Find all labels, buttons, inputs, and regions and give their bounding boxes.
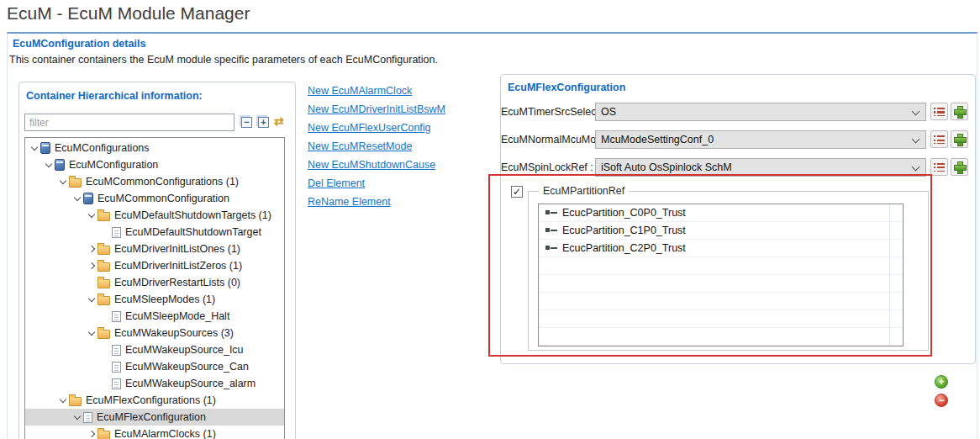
container-hierarchy-panel: Container Hierarchical information: − + …	[18, 82, 296, 439]
expander-down-icon[interactable]	[86, 212, 97, 219]
expander-down-icon[interactable]	[43, 161, 55, 168]
field-select-value: iSoft Auto OsSpinlock SchM	[601, 161, 732, 173]
field-select[interactable]: iSoft Auto OsSpinlock SchM	[595, 158, 926, 177]
hierarchy-panel-title: Container Hierarchical information:	[26, 90, 203, 102]
chevron-down-icon	[74, 194, 81, 201]
partition-list-empty-row[interactable]	[539, 257, 903, 275]
tree-row[interactable]: EcuMAlarmClocks (1)	[25, 426, 284, 439]
list-icon	[934, 135, 945, 144]
tree-row[interactable]: EcuMFlexConfiguration	[25, 409, 284, 426]
tree-row-label: EcuMWakeupSource_Can	[125, 361, 249, 373]
refresh-icon[interactable]: ⇄	[274, 114, 284, 128]
expand-all-icon[interactable]: +	[258, 117, 269, 128]
hierarchy-tree: EcuMConfigurationsEcuMConfigurationEcuMC…	[24, 137, 285, 439]
tree-row[interactable]: EcuMDefaultShutdownTarget	[25, 224, 284, 241]
add-partition-button[interactable]: +	[935, 375, 948, 389]
tree-row[interactable]: EcuMDefaultShutdownTargets (1)	[25, 207, 284, 224]
list-button[interactable]	[930, 103, 948, 120]
flex-config-panel: EcuMFlexConfiguration EcuMTimerSrcSelect…	[500, 74, 976, 364]
add-button[interactable]	[951, 103, 968, 120]
remove-partition-button[interactable]: −	[935, 394, 948, 407]
folder-icon	[97, 296, 110, 305]
chevron-down-icon	[31, 144, 38, 151]
partition-list-empty-row[interactable]	[539, 293, 903, 310]
action-link[interactable]: New EcuMDriverInitListBswM	[308, 100, 445, 119]
tree-row[interactable]: EcuMCommonConfiguration	[25, 190, 284, 207]
expander-down-icon[interactable]	[29, 145, 40, 151]
partition-list-item[interactable]: EcucPartition_C2P0_Trust	[539, 240, 903, 257]
action-link[interactable]: Del Element	[308, 174, 445, 193]
chevron-down-icon	[88, 329, 95, 336]
tree-row-label: EcuMDriverInitListZeros (1)	[114, 260, 242, 272]
list-button[interactable]	[930, 158, 948, 176]
partition-list-empty-row[interactable]	[539, 275, 903, 293]
module-icon	[40, 142, 50, 154]
tree-row[interactable]: EcuMConfigurations	[25, 140, 284, 156]
expander-down-icon[interactable]	[71, 414, 83, 420]
field-label: EcuMNormalMcuModeRef :	[501, 134, 592, 145]
doc-icon	[112, 378, 121, 389]
chevron-down-icon	[74, 413, 81, 420]
expander-down-icon[interactable]	[57, 178, 69, 185]
doc-icon	[83, 412, 92, 423]
chevron-down-icon	[912, 108, 920, 116]
flex-config-title: EcuMFlexConfiguration	[508, 82, 625, 93]
action-link[interactable]: New EcuMResetMode	[308, 137, 445, 156]
doc-icon	[112, 227, 121, 238]
field-select-value: OS	[601, 106, 616, 118]
filter-input[interactable]	[24, 114, 234, 131]
partition-list-item[interactable]: EcucPartition_C1P0_Trust	[539, 222, 903, 240]
folder-icon	[97, 330, 110, 339]
tree-row[interactable]: EcuMWakeupSource_alarm	[25, 375, 284, 392]
tree-row[interactable]: EcuMFlexConfigurations (1)	[25, 392, 284, 409]
expander-right-icon[interactable]	[86, 431, 97, 436]
field-select[interactable]: OS	[595, 103, 926, 121]
expander-right-icon[interactable]	[86, 263, 97, 268]
chevron-down-icon	[88, 211, 95, 218]
tree-row[interactable]: EcuMSleepModes (1)	[25, 291, 284, 308]
list-button[interactable]	[930, 130, 948, 148]
partition-item-label: EcucPartition_C0P0_Trust	[562, 207, 686, 219]
expander-right-icon[interactable]	[86, 246, 97, 251]
action-link[interactable]: New EcuMFlexUserConfig	[308, 119, 445, 137]
tree-row-label: EcuMCommonConfiguration	[97, 193, 229, 204]
partition-list-empty-row[interactable]	[539, 328, 903, 346]
tree-row[interactable]: EcuMWakeupSources (3)	[25, 325, 284, 341]
expander-down-icon[interactable]	[86, 330, 97, 336]
list-icon	[934, 162, 945, 172]
tree-row[interactable]: EcuMSleepMode_Halt	[25, 308, 284, 325]
tree-row[interactable]: EcuMDriverInitListZeros (1)	[25, 257, 284, 274]
action-link[interactable]: New EcuMShutdownCause	[308, 156, 445, 174]
add-button[interactable]	[951, 158, 968, 176]
chevron-right-icon	[88, 431, 95, 437]
plus-icon	[954, 161, 965, 172]
partition-list[interactable]: EcucPartition_C0P0_TrustEcucPartition_C1…	[538, 204, 904, 346]
expander-down-icon[interactable]	[86, 296, 97, 303]
tree-row[interactable]: EcuMConfiguration	[25, 156, 284, 173]
partition-item-label: EcucPartition_C2P0_Trust	[562, 242, 686, 254]
action-link[interactable]: New EcuMAlarmClock	[308, 82, 445, 100]
tree-row-label: EcuMDefaultShutdownTargets (1)	[114, 209, 271, 221]
chevron-down-icon	[60, 396, 66, 403]
collapse-all-icon[interactable]: −	[241, 117, 252, 128]
expander-down-icon[interactable]	[57, 397, 69, 404]
tree-row-label: EcuMWakeupSource_Icu	[125, 344, 244, 356]
partition-item-icon	[545, 246, 557, 251]
tree-row[interactable]: EcuMWakeupSource_Icu	[25, 341, 284, 358]
partition-item-label: EcucPartition_C1P0_Trust	[562, 225, 686, 236]
tree-row[interactable]: EcuMWakeupSource_Can	[25, 358, 284, 375]
partition-checkbox[interactable]: ✓	[511, 186, 523, 198]
tree-row[interactable]: EcuMDriverInitListOnes (1)	[25, 241, 284, 257]
tree-row-label: EcuMSleepModes (1)	[114, 294, 215, 305]
action-link[interactable]: ReName Element	[308, 193, 445, 211]
ecum-module-manager-window: EcuM - EcuM Module Manager EcuMConfigura…	[0, 0, 980, 439]
field-select[interactable]: McuModeSettingConf_0	[595, 130, 926, 149]
expander-down-icon[interactable]	[71, 195, 83, 202]
partition-list-item[interactable]: EcucPartition_C0P0_Trust	[539, 204, 903, 222]
folder-icon	[97, 279, 110, 288]
tree-row[interactable]: EcuMCommonConfigurations (1)	[25, 173, 284, 190]
tree-row-label: EcuMFlexConfigurations (1)	[86, 394, 216, 406]
tree-row[interactable]: EcuMDriverRestartLists (0)	[25, 274, 284, 291]
partition-list-empty-row[interactable]	[539, 310, 903, 328]
add-button[interactable]	[951, 130, 968, 148]
